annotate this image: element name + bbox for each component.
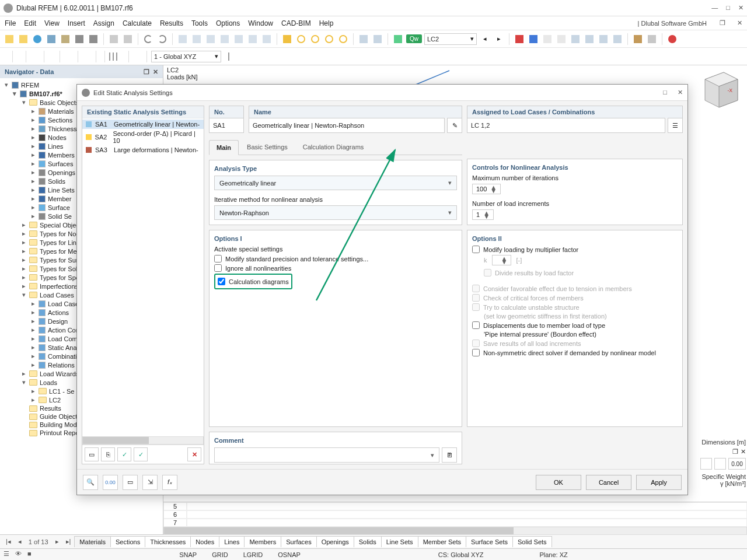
tb-save-icon[interactable] <box>74 33 85 45</box>
settings-hscroll[interactable] <box>82 436 204 444</box>
bottom-tab-solid-sets[interactable]: Solid Sets <box>512 536 552 547</box>
pager-last-icon[interactable]: ▸| <box>62 538 75 545</box>
tb-dim2-icon[interactable] <box>584 33 595 45</box>
tb-copy-icon[interactable] <box>108 33 120 45</box>
menu-tools[interactable]: Tools <box>191 19 208 27</box>
bottom-tab-thicknesses[interactable]: Thicknesses <box>145 536 191 547</box>
tb-grid7-icon[interactable] <box>261 33 273 45</box>
copy-setting-icon[interactable]: ⎘ <box>101 447 115 461</box>
tb-open-icon[interactable] <box>18 33 29 45</box>
tb-more-icon[interactable] <box>612 33 623 45</box>
apply-button[interactable]: Apply <box>636 475 682 490</box>
tb-view-icon[interactable] <box>358 33 369 45</box>
chk-nonsymmetric[interactable]: Non-symmetric direct solver if demanded … <box>472 349 678 356</box>
tb-nav-left-icon[interactable]: ◂ <box>479 33 491 45</box>
tb-doc-icon[interactable] <box>60 33 71 45</box>
menu-cadbim[interactable]: CAD-BIM <box>281 19 311 27</box>
panel-ic1-icon[interactable] <box>700 458 712 470</box>
settings-list[interactable]: SA1Geometrically linear | Newton-SA2Seco… <box>82 118 204 156</box>
panel-ic2-icon[interactable] <box>714 458 726 470</box>
tb2-cs3-icon[interactable] <box>228 53 229 60</box>
bottom-tab-surface-sets[interactable]: Surface Sets <box>466 536 513 547</box>
tb2-box3-icon[interactable] <box>116 53 117 60</box>
edit-name-icon[interactable]: ✎ <box>447 118 462 133</box>
menu-options[interactable]: Options <box>216 19 240 27</box>
tb-grid8-icon[interactable] <box>646 33 658 45</box>
maximize-icon[interactable]: □ <box>726 4 730 12</box>
close-icon[interactable]: ✕ <box>738 4 743 12</box>
check-off-icon[interactable]: ✓ <box>134 447 148 461</box>
menu-calculate[interactable]: Calculate <box>123 19 152 27</box>
assigned-list-icon[interactable]: ☰ <box>668 118 683 133</box>
tb-arrow-icon[interactable] <box>281 33 293 45</box>
max-iter-spinner[interactable]: 100▲▼ <box>472 184 501 194</box>
bottom-tab-member-sets[interactable]: Member Sets <box>418 536 466 547</box>
status-lgrid[interactable]: LGRID <box>239 551 268 558</box>
zero-chip[interactable]: 0.00 <box>728 458 746 470</box>
doc-restore-icon[interactable]: ❐ <box>720 19 725 27</box>
tb-paste-icon[interactable] <box>122 33 134 45</box>
tb-nav-right-icon[interactable]: ▸ <box>493 33 505 45</box>
tb-x2-icon[interactable] <box>556 33 567 45</box>
tb-view2-icon[interactable] <box>372 33 383 45</box>
foot-ic2-icon[interactable]: 0.00 <box>103 475 118 490</box>
menu-edit[interactable]: Edit <box>24 19 36 27</box>
chk-modify-loading[interactable]: Modify loading by multiplier factor <box>472 246 678 253</box>
tb-grid1-icon[interactable] <box>177 33 189 45</box>
pager-prev-icon[interactable]: ◂ <box>15 538 25 545</box>
tb-target-icon[interactable] <box>337 33 349 45</box>
tb-flag-blue-icon[interactable] <box>528 33 539 45</box>
bottom-tab-openings[interactable]: Openings <box>316 536 354 547</box>
status-grid[interactable]: GRID <box>207 551 233 558</box>
bottom-tab-surfaces[interactable]: Surfaces <box>281 536 316 547</box>
menu-help[interactable]: Help <box>319 19 334 27</box>
tab-calculation-diagrams[interactable]: Calculation Diagrams <box>296 140 371 155</box>
sa-row-SA3[interactable]: SA3Large deformations | Newton- <box>82 145 204 155</box>
nav-close-icon[interactable]: ✕ <box>153 68 158 76</box>
tb-refresh-icon[interactable] <box>32 33 43 45</box>
delete-setting-icon[interactable]: ✕ <box>187 447 201 461</box>
comment-combo[interactable]: ▾ <box>214 447 439 463</box>
tb-dim-icon[interactable] <box>570 33 581 45</box>
tb-layer-icon[interactable] <box>598 33 609 45</box>
tb-green-icon[interactable] <box>392 33 404 45</box>
chk-bourdon[interactable]: Displacements due to member load of type <box>472 321 678 329</box>
pager-next-icon[interactable]: ▸ <box>52 538 62 545</box>
analysis-type-combo[interactable]: Geometrically linear▾ <box>214 176 457 190</box>
nav-restore-icon[interactable]: ❐ <box>144 68 149 76</box>
minimize-icon[interactable]: — <box>711 4 718 12</box>
bottom-tab-lines[interactable]: Lines <box>219 536 245 547</box>
tb-print-icon[interactable] <box>88 33 99 45</box>
tab-main[interactable]: Main <box>209 140 239 155</box>
menu-insert[interactable]: Insert <box>68 19 85 27</box>
sa-row-SA1[interactable]: SA1Geometrically linear | Newton- <box>82 120 204 129</box>
tb-flag-icon[interactable] <box>632 33 644 45</box>
foot-ic3-icon[interactable]: ▭ <box>123 475 138 490</box>
bottom-tab-line-sets[interactable]: Line Sets <box>381 536 418 547</box>
bottom-tab-materials[interactable]: Materials <box>74 536 111 547</box>
cs-combo[interactable]: 1 - Global XYZ▾ <box>151 51 221 62</box>
ok-button[interactable]: OK <box>536 475 581 490</box>
status-camera-icon[interactable]: ■ <box>27 550 32 558</box>
bottom-tab-solids[interactable]: Solids <box>354 536 382 547</box>
menu-window[interactable]: Window <box>248 19 273 27</box>
check-on-icon[interactable]: ✓ <box>117 447 131 461</box>
cancel-button[interactable]: Cancel <box>586 475 631 490</box>
menu-file[interactable]: File <box>5 19 16 27</box>
pager-first-icon[interactable]: |◂ <box>2 538 15 545</box>
menu-results[interactable]: Results <box>160 19 183 27</box>
doc-close-icon[interactable]: ✕ <box>737 19 742 27</box>
tb-grid6-icon[interactable] <box>247 33 259 45</box>
tb-grid3-icon[interactable] <box>205 33 217 45</box>
sa-row-SA2[interactable]: SA2Second-order (P-Δ) | Picard | 10 <box>82 129 204 145</box>
tb-grid2-icon[interactable] <box>191 33 203 45</box>
status-osnap[interactable]: OSNAP <box>273 551 305 558</box>
status-help-icon[interactable]: ☰ <box>4 550 9 558</box>
dialog-maximize-icon[interactable]: □ <box>663 89 667 96</box>
tab-basic-settings[interactable]: Basic Settings <box>240 140 295 155</box>
foot-ic4-icon[interactable]: ⇲ <box>142 475 158 490</box>
comment-insert-icon[interactable]: 🖹 <box>442 447 457 463</box>
dialog-close-icon[interactable]: ✕ <box>678 89 683 96</box>
tb-redstar-icon[interactable] <box>666 33 678 45</box>
tb-gear-icon[interactable] <box>46 33 57 45</box>
